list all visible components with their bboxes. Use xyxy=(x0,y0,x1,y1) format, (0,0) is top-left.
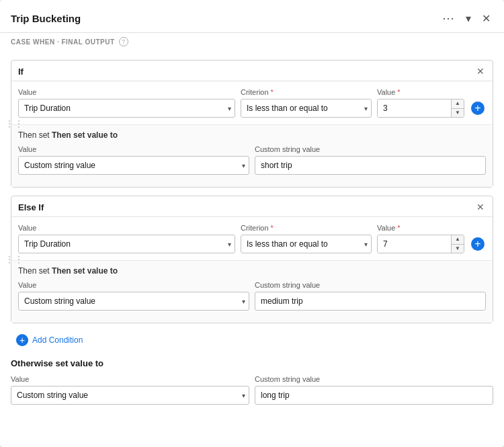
else-if-value-select[interactable]: Trip Duration Trip Distance Trip Count xyxy=(18,235,235,253)
else-if-then-value-label: Value xyxy=(18,281,249,289)
else-if-block-header: Else If ✕ xyxy=(11,196,493,217)
if-then-value-select-wrapper: Custom string value Integer value Decima… xyxy=(18,156,249,175)
more-options-button[interactable]: ⋯ xyxy=(439,9,458,27)
else-if-then-custom-field-group: Custom string value xyxy=(255,281,486,311)
if-then-custom-field-group: Custom string value xyxy=(255,145,486,175)
help-icon[interactable]: ? xyxy=(119,37,128,46)
close-icon: ✕ xyxy=(482,12,491,25)
else-if-criterion-select-wrapper: Is less than or equal to Is greater than… xyxy=(241,235,372,253)
else-number-required-star: * xyxy=(397,225,400,232)
more-icon: ⋯ xyxy=(442,11,455,26)
else-if-then-set-label: Then set Then set value to xyxy=(18,266,486,276)
else-if-number-increment[interactable]: ▲ xyxy=(452,235,464,245)
chevron-down-icon: ▾ xyxy=(466,12,471,25)
if-value-select-wrapper: Trip Duration Trip Distance Trip Count ▾ xyxy=(18,99,235,118)
modal-header: Trip Bucketing ⋯ ▾ ✕ xyxy=(0,0,504,33)
if-block-title: If xyxy=(18,67,24,77)
if-number-decrement[interactable]: ▼ xyxy=(452,109,464,118)
otherwise-custom-input[interactable] xyxy=(255,386,493,405)
else-if-then-set-row: Then set Then set value to Value Custom … xyxy=(11,260,493,323)
else-if-number-decrement[interactable]: ▼ xyxy=(452,245,464,253)
if-block-body: Value Trip Duration Trip Distance Trip C… xyxy=(11,81,493,118)
modal-body: ⋮⋮ If ✕ Value Trip Duration Trip Distanc… xyxy=(0,53,504,447)
else-if-value-label: Value xyxy=(18,224,235,232)
otherwise-value-select-wrapper: Custom string value Integer value Decima… xyxy=(11,386,249,405)
else-if-criterion-select[interactable]: Is less than or equal to Is greater than… xyxy=(241,235,372,253)
else-if-criteria-row: Value Trip Duration Trip Distance Trip C… xyxy=(18,224,486,253)
else-criterion-required-star: * xyxy=(271,225,274,232)
otherwise-value-select[interactable]: Custom string value Integer value Decima… xyxy=(11,386,249,405)
modal: Trip Bucketing ⋯ ▾ ✕ CASE WHEN · FINAL O… xyxy=(0,0,504,447)
else-if-add-value-icon: + xyxy=(471,237,485,251)
else-if-then-value-select-wrapper: Custom string value Integer value Decima… xyxy=(18,292,249,311)
if-block-header: If ✕ xyxy=(11,60,493,81)
else-if-then-custom-input[interactable] xyxy=(255,292,486,311)
if-then-set-row: Then set Then set value to Value Custom … xyxy=(11,124,493,187)
add-condition-button[interactable]: + Add Condition xyxy=(11,331,88,349)
if-block-close-button[interactable]: ✕ xyxy=(475,66,486,77)
modal-title: Trip Bucketing xyxy=(11,13,81,24)
if-value-label: Value xyxy=(18,88,235,96)
otherwise-value-field-group: Value Custom string value Integer value … xyxy=(11,375,249,405)
otherwise-title: Otherwise set value to xyxy=(11,358,493,368)
if-criterion-label: Criterion * xyxy=(241,88,372,96)
if-criterion-field-group: Criterion * Is less than or equal to Is … xyxy=(241,88,372,118)
else-if-number-spinners: ▲ ▼ xyxy=(451,235,464,253)
else-if-number-input[interactable] xyxy=(378,235,451,253)
if-criterion-select-wrapper: Is less than or equal to Is greater than… xyxy=(241,99,372,118)
else-if-criterion-label: Criterion * xyxy=(241,224,372,232)
otherwise-custom-label: Custom string value xyxy=(255,375,493,383)
if-number-spinners: ▲ ▼ xyxy=(451,99,464,117)
if-then-value-label: Value xyxy=(18,145,249,153)
if-criteria-row: Value Trip Duration Trip Distance Trip C… xyxy=(18,88,486,118)
else-if-number-field-group: Value * ▲ ▼ xyxy=(377,224,464,253)
if-add-value-button[interactable]: + xyxy=(470,100,486,116)
if-drag-handle[interactable]: ⋮⋮ xyxy=(5,118,24,129)
if-then-custom-input[interactable] xyxy=(255,156,486,175)
if-number-field-group: Value * ▲ ▼ xyxy=(377,88,464,118)
else-if-add-value-button[interactable]: + xyxy=(470,236,486,252)
else-if-then-value-field-group: Value Custom string value Integer value … xyxy=(18,281,249,311)
subheader-label: CASE WHEN · FINAL OUTPUT xyxy=(11,38,115,46)
otherwise-value-label: Value xyxy=(11,375,249,383)
collapse-button[interactable]: ▾ xyxy=(463,11,474,26)
if-value-select[interactable]: Trip Duration Trip Distance Trip Count xyxy=(18,99,235,118)
else-if-drag-handle[interactable]: ⋮⋮ xyxy=(5,254,24,265)
else-if-value-select-wrapper: Trip Duration Trip Distance Trip Count ▾ xyxy=(18,235,235,253)
if-add-value-icon: + xyxy=(471,101,485,115)
if-number-label: Value * xyxy=(377,88,464,96)
criterion-required-star: * xyxy=(271,89,274,96)
close-button[interactable]: ✕ xyxy=(479,11,493,26)
if-number-increment[interactable]: ▲ xyxy=(452,99,464,109)
else-if-value-field-group: Value Trip Duration Trip Distance Trip C… xyxy=(18,224,235,253)
if-then-value-select[interactable]: Custom string value Integer value Decima… xyxy=(18,156,249,175)
if-number-input[interactable] xyxy=(378,99,451,117)
else-if-then-value-select[interactable]: Custom string value Integer value Decima… xyxy=(18,292,249,311)
else-if-then-fields-row: Value Custom string value Integer value … xyxy=(18,281,486,311)
if-value-field-group: Value Trip Duration Trip Distance Trip C… xyxy=(18,88,235,118)
else-if-block: ⋮⋮ Else If ✕ Value Trip Duration Trip Di… xyxy=(11,196,493,323)
if-block: ⋮⋮ If ✕ Value Trip Duration Trip Distanc… xyxy=(11,60,493,188)
if-then-set-label: Then set Then set value to xyxy=(18,130,486,140)
add-condition-label: Add Condition xyxy=(32,335,83,345)
header-actions: ⋯ ▾ ✕ xyxy=(439,9,493,27)
else-if-then-custom-label: Custom string value xyxy=(255,281,486,289)
if-number-input-wrapper: ▲ ▼ xyxy=(377,99,464,118)
else-if-criterion-field-group: Criterion * Is less than or equal to Is … xyxy=(241,224,372,253)
if-then-value-field-group: Value Custom string value Integer value … xyxy=(18,145,249,175)
if-then-fields-row: Value Custom string value Integer value … xyxy=(18,145,486,175)
else-if-number-input-wrapper: ▲ ▼ xyxy=(377,235,464,253)
if-then-custom-label: Custom string value xyxy=(255,145,486,153)
modal-subheader: CASE WHEN · FINAL OUTPUT ? xyxy=(0,33,504,53)
otherwise-fields-row: Value Custom string value Integer value … xyxy=(11,375,493,405)
if-criterion-select[interactable]: Is less than or equal to Is greater than… xyxy=(241,99,372,118)
number-required-star: * xyxy=(397,89,400,96)
else-if-block-title: Else If xyxy=(18,202,44,212)
otherwise-block: Otherwise set value to Value Custom stri… xyxy=(11,358,493,405)
else-if-number-label: Value * xyxy=(377,224,464,232)
else-if-block-close-button[interactable]: ✕ xyxy=(475,202,486,212)
else-if-block-body: Value Trip Duration Trip Distance Trip C… xyxy=(11,217,493,253)
add-condition-icon: + xyxy=(16,334,28,346)
otherwise-custom-field-group: Custom string value xyxy=(255,375,493,405)
